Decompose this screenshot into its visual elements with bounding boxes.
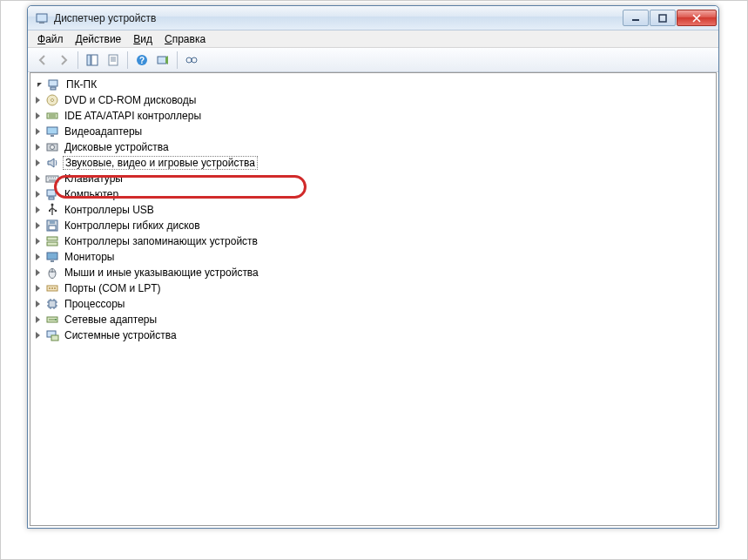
svg-point-24 <box>51 204 54 206</box>
device-category-label: Мониторы <box>63 251 116 263</box>
port-icon <box>45 281 59 295</box>
svg-rect-4 <box>87 55 91 65</box>
svg-point-26 <box>55 210 57 213</box>
expander-icon[interactable] <box>36 332 40 339</box>
expander-icon[interactable] <box>36 191 40 198</box>
device-category-node[interactable]: Видеоадаптеры <box>32 124 714 139</box>
device-category-label: IDE ATA/ATAPI контроллеры <box>63 110 203 122</box>
toolbar-separator <box>77 51 78 69</box>
expander-icon[interactable] <box>36 269 40 276</box>
svg-rect-23 <box>49 197 54 199</box>
device-category-node[interactable]: Клавиатуры <box>32 171 714 186</box>
device-category-node[interactable]: Контроллеры запоминающих устройств <box>32 233 714 249</box>
svg-rect-1 <box>39 22 44 24</box>
expander-icon[interactable] <box>36 253 40 260</box>
expander-icon[interactable] <box>37 83 42 87</box>
svg-rect-2 <box>632 19 639 21</box>
properties-button[interactable] <box>104 51 123 70</box>
svg-point-10 <box>186 57 192 63</box>
svg-point-37 <box>51 287 53 289</box>
svg-rect-25 <box>49 210 51 212</box>
device-category-node[interactable]: Контроллеры гибких дисков <box>32 218 714 233</box>
network-icon <box>45 313 59 327</box>
mouse-icon <box>45 266 59 280</box>
root-node[interactable]: ПК-ПК <box>32 77 714 92</box>
device-category-node[interactable]: Системные устройства <box>32 327 714 343</box>
device-category-node[interactable]: Порты (COM и LPT) <box>32 280 714 296</box>
expander-icon[interactable] <box>36 285 40 292</box>
sound-icon <box>45 156 59 170</box>
expander-icon[interactable] <box>36 97 40 104</box>
root-label: ПК-ПК <box>64 78 98 91</box>
device-category-label: Видеоадаптеры <box>63 125 144 138</box>
menu-help[interactable]: Справка <box>158 32 212 46</box>
maximize-button[interactable] <box>650 10 676 26</box>
device-category-node[interactable]: Звуковые, видео и игровые устройства <box>32 155 714 171</box>
device-category-label: Клавиатуры <box>63 172 125 185</box>
expander-icon[interactable] <box>36 238 40 245</box>
svg-rect-28 <box>50 220 55 224</box>
storage-icon <box>45 234 59 248</box>
tree-panel[interactable]: ПК-ПК DVD и CD-ROM дисководыIDE ATA/ATAP… <box>30 72 717 526</box>
device-category-node[interactable]: Дисковые устройства <box>32 139 714 155</box>
device-category-node[interactable]: DVD и CD-ROM дисководы <box>32 92 714 108</box>
computer-icon <box>47 78 61 91</box>
device-category-node[interactable]: Сетевые адаптеры <box>32 312 714 327</box>
svg-point-38 <box>54 287 56 289</box>
svg-point-11 <box>192 57 197 63</box>
device-category-label: Процессоры <box>63 298 127 310</box>
back-button[interactable] <box>33 51 52 70</box>
usb-icon <box>45 203 59 217</box>
device-category-node[interactable]: Компьютер <box>32 186 714 202</box>
svg-rect-31 <box>47 242 57 246</box>
svg-point-15 <box>51 99 54 102</box>
menu-view[interactable]: Вид <box>127 32 158 46</box>
expander-icon[interactable] <box>36 128 40 135</box>
svg-rect-21 <box>46 176 58 182</box>
scan-hardware-button[interactable] <box>153 51 172 70</box>
minimize-button[interactable] <box>623 10 649 26</box>
menu-action[interactable]: Действие <box>70 32 128 46</box>
device-category-label: Дисковые устройства <box>63 141 171 153</box>
expander-icon[interactable] <box>36 112 40 119</box>
titlebar[interactable]: Диспетчер устройств <box>28 6 718 30</box>
device-manager-window: Диспетчер устройств Файл Действие Вид Сп… <box>27 5 719 529</box>
menu-file[interactable]: Файл <box>31 32 70 46</box>
system-icon <box>45 328 59 342</box>
device-category-node[interactable]: Мониторы <box>32 249 714 265</box>
forward-button[interactable] <box>54 51 73 70</box>
expander-icon[interactable] <box>36 144 40 151</box>
expander-icon[interactable] <box>36 206 40 213</box>
cpu-icon <box>45 297 59 311</box>
help-button[interactable]: ? <box>132 51 152 70</box>
device-category-label: Контроллеры запоминающих устройств <box>63 235 259 247</box>
device-category-node[interactable]: IDE ATA/ATAPI контроллеры <box>32 108 714 124</box>
svg-rect-32 <box>47 253 57 260</box>
hdd-icon <box>45 140 59 154</box>
device-category-node[interactable]: Процессоры <box>32 296 714 312</box>
svg-rect-17 <box>47 127 57 134</box>
expander-icon[interactable] <box>36 159 40 166</box>
device-category-label: Звуковые, видео и игровые устройства <box>63 156 258 170</box>
ide-icon <box>45 109 59 123</box>
device-category-label: Контроллеры USB <box>63 204 156 216</box>
device-category-label: Контроллеры гибких дисков <box>63 219 202 232</box>
close-button[interactable] <box>677 10 717 26</box>
show-hide-tree-button[interactable] <box>83 51 102 70</box>
menubar: Файл Действие Вид Справка <box>28 30 718 48</box>
monitor-icon <box>45 250 59 264</box>
floppy-icon <box>45 219 59 233</box>
expander-icon[interactable] <box>36 300 40 307</box>
toolbar-separator <box>127 51 128 69</box>
device-category-label: Компьютер <box>63 188 120 200</box>
svg-rect-13 <box>51 87 56 90</box>
expander-icon[interactable] <box>36 316 40 323</box>
device-category-node[interactable]: Контроллеры USB <box>32 202 714 218</box>
svg-rect-0 <box>37 14 47 22</box>
window-controls <box>623 10 717 26</box>
expander-icon[interactable] <box>36 222 40 229</box>
device-category-node[interactable]: Мыши и иные указывающие устройства <box>32 265 714 280</box>
expander-icon[interactable] <box>36 175 40 182</box>
device-category-label: Мыши и иные указывающие устройства <box>63 267 260 279</box>
view-devices-button[interactable] <box>182 51 201 70</box>
